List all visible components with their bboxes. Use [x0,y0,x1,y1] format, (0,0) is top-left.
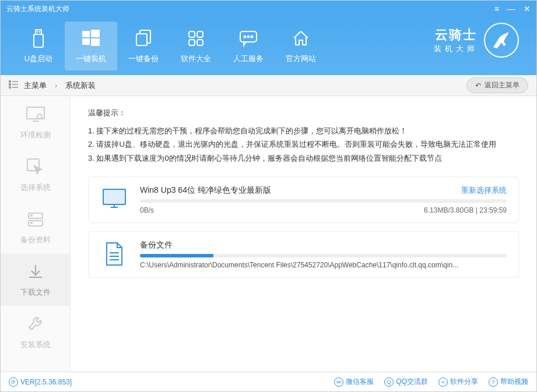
titlebar: 云骑士系统装机大师 ≡ — ✕ [1,1,536,17]
svg-rect-6 [82,38,90,45]
sidebar-step-install-system[interactable]: 安装系统 [1,306,70,358]
svg-point-15 [248,36,250,38]
qq-icon: Q [384,377,394,387]
breadcrumb-current: 系统新装 [65,80,96,91]
download-speed: 0B/s [140,206,154,214]
apps-icon [185,28,206,49]
sidebar: 环境检测 选择系统 备份资料 下载文件 [1,96,71,372]
svg-rect-31 [103,189,125,204]
back-arrow-icon: ↶ [475,82,481,90]
content-area: 温馨提示： 1. 接下来的过程无需您的干预，程序会帮助您自动完成剩下的步骤，您可… [71,96,536,372]
version-info[interactable]: ⟳ VER[2.5.36.853] [9,377,72,387]
tip-line: 2. 请拔掉U盘、移动硬盘，退出光驱内的光盘，并保证系统重装过程不断电。否则重装… [88,137,519,151]
tip-line: 1. 接下来的过程无需您的干预，程序会帮助您自动完成剩下的步骤，您可以离开电脑稍… [88,124,519,137]
refresh-icon: ⟳ [9,377,18,387]
brand-subtitle: 装机大师 [434,44,478,54]
download-system-name: Win8 Up3 64位 纯净绿色专业最新版 [140,185,271,196]
main-area: 环境检测 选择系统 备份资料 下载文件 [1,96,536,372]
sidebar-step-backup-data[interactable]: 备份资料 [1,201,70,253]
monitor-gear-icon [25,104,46,125]
top-navigation: U盘启动 一键装机 一键备份 软件大全 人工服务 [1,17,536,75]
home-icon [290,28,311,49]
svg-rect-7 [91,38,100,46]
footer-link-label: 微信客服 [346,377,374,387]
back-button-label: 返回主菜单 [485,80,520,90]
sidebar-step-env-check[interactable]: 环境检测 [1,96,70,149]
footer-link-label: 帮助视频 [500,377,528,387]
footer-help-video[interactable]: ? 帮助视频 [489,377,528,387]
svg-rect-10 [197,31,203,37]
nav-label: 一键备份 [128,54,159,64]
wechat-icon: ✉ [334,377,343,387]
chevron-right-icon: › [55,81,57,90]
footer-link-label: 软件分享 [450,377,478,387]
brand-logo-area: 云骑士 装机大师 [434,23,519,58]
reselect-system-link[interactable]: 重新选择系统 [461,185,507,196]
footer-bar: ⟳ VER[2.5.36.853] ✉ 微信客服 Q QQ交流群 < 软件分享 … [1,372,536,391]
svg-rect-11 [189,40,195,45]
sidebar-step-select-system[interactable]: 选择系统 [1,149,70,201]
svg-rect-12 [197,40,203,45]
sidebar-label: 选择系统 [20,182,51,193]
svg-point-19 [9,84,11,86]
server-icon [25,209,46,230]
window-title: 云骑士系统装机大师 [6,4,494,14]
svg-point-16 [251,36,253,38]
nav-official-site[interactable]: 官方网站 [275,22,327,70]
footer-link-label: QQ交流群 [396,377,428,387]
list-icon [9,80,18,90]
svg-rect-5 [91,30,100,37]
svg-rect-0 [34,34,43,47]
footer-qq-group[interactable]: Q QQ交流群 [384,377,428,387]
download-icon [25,262,46,282]
chat-icon [238,28,259,49]
tip-line: 3. 如果遇到下载速度为0的情况时请耐心等待几分钟，服务器会自动根据您当前网络位… [88,151,519,165]
windows-icon [80,28,101,49]
usb-icon [28,28,49,49]
monitor-icon [100,185,128,213]
svg-point-21 [9,87,11,89]
footer-share[interactable]: < 软件分享 [438,377,478,387]
help-icon: ? [489,377,498,387]
menu-icon[interactable]: ≡ [494,5,499,13]
nav-usb-boot[interactable]: U盘启动 [12,22,65,70]
copy-icon [133,28,154,49]
nav-label: U盘启动 [24,54,52,64]
tips-list: 1. 接下来的过程无需您的干预，程序会帮助您自动完成剩下的步骤，您可以离开电脑稍… [88,124,519,165]
cursor-click-icon [25,157,46,178]
breadcrumb-root[interactable]: 主菜单 [24,80,47,91]
version-text: VER[2.5.36.853] [20,378,72,386]
nav-label: 官方网站 [286,54,316,64]
svg-point-29 [31,215,32,216]
breadcrumb-bar: 主菜单 › 系统新装 ↶ 返回主菜单 [1,75,536,96]
svg-point-25 [37,114,42,119]
svg-point-30 [31,223,32,224]
nav-one-click-backup[interactable]: 一键备份 [117,22,170,70]
nav-one-click-install[interactable]: 一键装机 [65,22,117,70]
nav-label: 一键装机 [76,54,106,64]
sidebar-label: 安装系统 [20,340,51,350]
tips-heading: 温馨提示： [88,108,519,118]
svg-rect-8 [136,34,147,45]
download-panel: Win8 Up3 64位 纯净绿色专业最新版 重新选择系统 0B/s 6.13M… [88,176,519,223]
sidebar-step-download-files[interactable]: 下载文件 [1,253,70,306]
back-to-main-button[interactable]: ↶ 返回主菜单 [466,77,528,93]
close-icon[interactable]: ✕ [524,5,531,13]
window-controls: ≡ — ✕ [494,5,531,13]
backup-progress-bar [140,254,507,257]
brand-title: 云骑士 [434,26,478,44]
nav-label: 软件大全 [181,54,211,64]
nav-label: 人工服务 [233,54,264,64]
svg-rect-9 [189,31,195,37]
sidebar-label: 下载文件 [20,287,51,298]
footer-wechat-support[interactable]: ✉ 微信客服 [334,377,374,387]
nav-software-store[interactable]: 软件大全 [170,22,222,70]
svg-point-14 [244,36,246,38]
nav-support[interactable]: 人工服务 [222,22,275,70]
backup-progress-fill [140,254,213,257]
minimize-icon[interactable]: — [507,5,515,13]
svg-point-17 [9,81,11,83]
file-icon [100,240,128,268]
knight-logo-icon [484,23,519,58]
download-progress-text: 6.13MB/3.80GB | 23:59:59 [424,206,507,214]
